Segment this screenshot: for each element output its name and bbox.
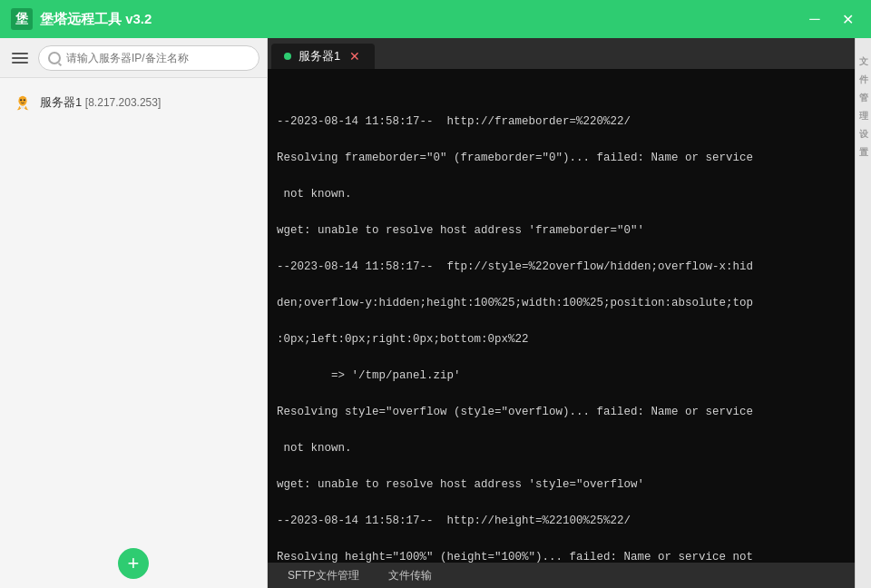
app-icon: 堡 [11, 8, 33, 30]
terminal-line: --2023-08-14 11:58:17-- http://height=%2… [277, 512, 846, 530]
terminal-area: 服务器1 ✕ --2023-08-14 11:58:17-- http://fr… [268, 38, 855, 588]
terminal-line: --2023-08-14 11:58:17-- http://framebord… [277, 113, 846, 131]
right-icon-4[interactable]: 理 [856, 100, 872, 107]
right-icon-1[interactable]: 文 [856, 45, 872, 53]
server-name: 服务器1 [8.217.203.253] [40, 94, 161, 111]
tab-close-button[interactable]: ✕ [347, 49, 362, 64]
title-bar-left: 堡 堡塔远程工具 v3.2 [11, 8, 152, 30]
terminal-line: Resolving style="overflow (style="overfl… [277, 403, 846, 421]
right-sidebar: 文 件 管 理 设 置 [855, 38, 871, 588]
terminal-line: Resolving height="100%" (height="100%").… [277, 548, 846, 563]
sftp-tab[interactable]: SFTP文件管理 [275, 566, 372, 585]
right-icon-6[interactable]: 置 [856, 136, 872, 143]
terminal-line: :0px;left:0px;right:0px;bottom:0px%22 [277, 330, 846, 348]
svg-point-0 [18, 96, 26, 106]
terminal-output[interactable]: --2023-08-14 11:58:17-- http://framebord… [268, 69, 855, 563]
right-icon-5[interactable]: 设 [856, 118, 872, 125]
title-bar: 堡 堡塔远程工具 v3.2 ─ ✕ [0, 0, 871, 38]
app-title: 堡塔远程工具 v3.2 [40, 11, 152, 28]
terminal-line: --2023-08-14 11:58:17-- ftp://style=%22o… [277, 258, 846, 276]
transfer-tab[interactable]: 文件传输 [376, 566, 445, 585]
sidebar-toolbar [0, 38, 267, 78]
terminal-line: not known. [277, 185, 846, 203]
tab-bar: 服务器1 ✕ [268, 38, 855, 69]
main-layout: 服务器1 [8.217.203.253] + 服务器1 ✕ --2023-08-… [0, 38, 871, 588]
search-input[interactable] [66, 52, 250, 64]
terminal-line: wget: unable to resolve host address 'fr… [277, 221, 846, 240]
linux-icon [13, 93, 33, 113]
add-server-button[interactable]: + [118, 548, 149, 579]
menu-button[interactable] [7, 45, 33, 71]
hamburger-line-3 [12, 62, 28, 64]
tab-status-dot [284, 53, 291, 60]
search-icon [48, 52, 61, 64]
server-list: 服务器1 [8.217.203.253] [0, 78, 267, 539]
terminal-line: den;overflow-y:hidden;height:100%25;widt… [277, 294, 846, 312]
svg-point-1 [20, 99, 22, 101]
terminal-line: => '/tmp/panel.zip' [277, 367, 846, 385]
tab-label: 服务器1 [298, 48, 340, 64]
terminal-line: Resolving frameborder="0" (frameborder="… [277, 149, 846, 167]
terminal-line: not known. [277, 439, 846, 457]
right-icon-2[interactable]: 件 [856, 64, 872, 71]
svg-point-2 [24, 99, 25, 101]
add-section: + [0, 539, 267, 588]
bottom-bar: SFTP文件管理 文件传输 [268, 563, 855, 588]
close-button[interactable]: ✕ [835, 9, 860, 29]
minimize-button[interactable]: ─ [802, 9, 827, 29]
hamburger-line-2 [12, 57, 28, 59]
hamburger-line-1 [12, 53, 28, 54]
title-bar-controls: ─ ✕ [802, 9, 860, 29]
terminal-tab-1[interactable]: 服务器1 ✕ [271, 44, 375, 69]
server-item[interactable]: 服务器1 [8.217.203.253] [0, 85, 267, 120]
sidebar: 服务器1 [8.217.203.253] + [0, 38, 268, 588]
terminal-line: wget: unable to resolve host address 'st… [277, 475, 846, 494]
right-icon-3[interactable]: 管 [856, 82, 872, 89]
search-box[interactable] [38, 45, 259, 71]
